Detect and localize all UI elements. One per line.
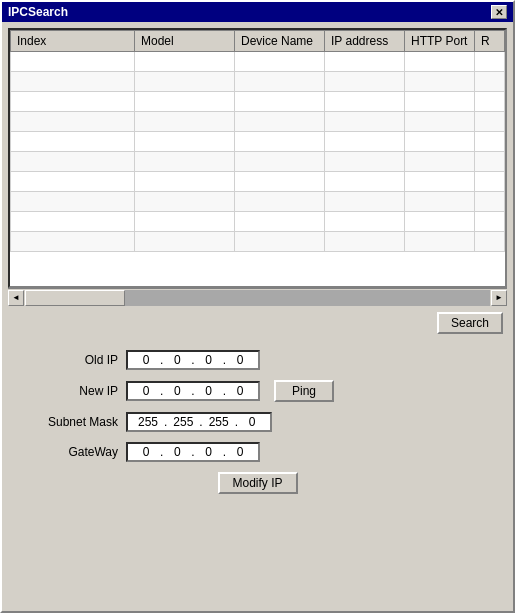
main-window: IPCSearch ✕ Index Model Device Name IP a… bbox=[0, 0, 515, 613]
old-ip-label: Old IP bbox=[28, 353, 118, 367]
col-http-port: HTTP Port bbox=[405, 31, 475, 52]
table-row[interactable] bbox=[11, 112, 505, 132]
old-ip-row: Old IP . . . bbox=[28, 350, 487, 370]
new-ip-seg2[interactable] bbox=[163, 384, 191, 398]
subnet-mask-input-group: . . . bbox=[126, 412, 272, 432]
new-ip-seg1[interactable] bbox=[132, 384, 160, 398]
col-index: Index bbox=[11, 31, 135, 52]
controls-area: Search Old IP . . . bbox=[8, 306, 507, 605]
subnet-seg4[interactable] bbox=[238, 415, 266, 429]
scroll-right-arrow[interactable]: ► bbox=[491, 290, 507, 306]
table-row[interactable] bbox=[11, 72, 505, 92]
new-ip-seg3[interactable] bbox=[195, 384, 223, 398]
gateway-input-group: . . . bbox=[126, 442, 260, 462]
table-row[interactable] bbox=[11, 132, 505, 152]
new-ip-input-group: . . . bbox=[126, 381, 260, 401]
gateway-seg3[interactable] bbox=[195, 445, 223, 459]
scroll-left-arrow[interactable]: ◄ bbox=[8, 290, 24, 306]
ping-button[interactable]: Ping bbox=[274, 380, 334, 402]
subnet-seg3[interactable] bbox=[203, 415, 235, 429]
search-row: Search bbox=[8, 312, 507, 334]
col-model: Model bbox=[135, 31, 235, 52]
old-ip-seg2[interactable] bbox=[163, 353, 191, 367]
new-ip-seg4[interactable] bbox=[226, 384, 254, 398]
device-table-container: Index Model Device Name IP address HTTP … bbox=[8, 28, 507, 288]
window-content: Index Model Device Name IP address HTTP … bbox=[2, 22, 513, 611]
scrollbar-horizontal[interactable]: ◄ ► bbox=[8, 288, 507, 306]
old-ip-input-group: . . . bbox=[126, 350, 260, 370]
device-table: Index Model Device Name IP address HTTP … bbox=[10, 30, 505, 252]
subnet-seg1[interactable] bbox=[132, 415, 164, 429]
col-r: R bbox=[475, 31, 505, 52]
search-button[interactable]: Search bbox=[437, 312, 503, 334]
gateway-label: GateWay bbox=[28, 445, 118, 459]
col-ip-address: IP address bbox=[325, 31, 405, 52]
subnet-seg2[interactable] bbox=[167, 415, 199, 429]
table-row[interactable] bbox=[11, 92, 505, 112]
table-row[interactable] bbox=[11, 172, 505, 192]
scroll-thumb[interactable] bbox=[25, 290, 125, 306]
gateway-row: GateWay . . . bbox=[28, 442, 487, 462]
form-section: Old IP . . . New IP bbox=[8, 350, 507, 462]
table-row[interactable] bbox=[11, 232, 505, 252]
old-ip-seg1[interactable] bbox=[132, 353, 160, 367]
scroll-track[interactable] bbox=[25, 290, 490, 306]
col-device-name: Device Name bbox=[235, 31, 325, 52]
new-ip-row: New IP . . . Ping bbox=[28, 380, 487, 402]
title-bar: IPCSearch ✕ bbox=[2, 2, 513, 22]
modify-ip-button[interactable]: Modify IP bbox=[218, 472, 298, 494]
old-ip-seg4[interactable] bbox=[226, 353, 254, 367]
subnet-mask-label: Subnet Mask bbox=[28, 415, 118, 429]
subnet-mask-row: Subnet Mask . . . bbox=[28, 412, 487, 432]
new-ip-label: New IP bbox=[28, 384, 118, 398]
modify-row: Modify IP bbox=[8, 472, 507, 494]
table-row[interactable] bbox=[11, 152, 505, 172]
window-title: IPCSearch bbox=[8, 5, 68, 19]
gateway-seg4[interactable] bbox=[226, 445, 254, 459]
table-row[interactable] bbox=[11, 212, 505, 232]
table-row[interactable] bbox=[11, 52, 505, 72]
close-button[interactable]: ✕ bbox=[491, 5, 507, 19]
table-row[interactable] bbox=[11, 192, 505, 212]
gateway-seg1[interactable] bbox=[132, 445, 160, 459]
old-ip-seg3[interactable] bbox=[195, 353, 223, 367]
gateway-seg2[interactable] bbox=[163, 445, 191, 459]
